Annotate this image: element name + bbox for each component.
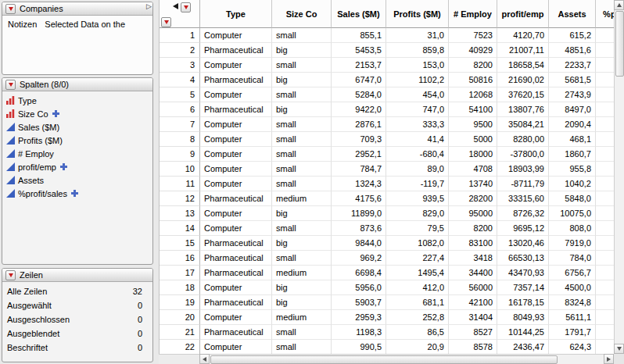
row-number[interactable]: 15 (160, 236, 200, 251)
cell[interactable]: Pharmaceutical (200, 191, 272, 206)
cell[interactable]: Computer (200, 162, 272, 177)
cell[interactable]: 939,5 (386, 191, 449, 206)
cell[interactable]: 35084,21 (497, 117, 549, 132)
row-number[interactable]: 3 (160, 58, 200, 73)
cell[interactable]: small (272, 162, 332, 177)
cell[interactable]: small (272, 28, 332, 43)
cell[interactable] (596, 206, 614, 221)
table-menu-icon[interactable] (181, 2, 191, 12)
cell[interactable]: 13807,76 (497, 102, 549, 117)
row-number[interactable]: 7 (160, 117, 200, 132)
scroll-right-icon[interactable] (604, 354, 614, 364)
cell[interactable]: 9695,12 (497, 221, 549, 236)
cell[interactable]: 10075,0 (549, 206, 596, 221)
cell[interactable]: 50816 (449, 73, 497, 87)
column-item-profit-sales[interactable]: %profit/sales (2, 187, 152, 200)
column-item-employ[interactable]: # Employ (2, 147, 152, 160)
cell[interactable]: 1040,2 (549, 177, 596, 191)
cell[interactable]: Computer (200, 340, 272, 354)
cell[interactable]: 784,0 (549, 251, 596, 266)
cell[interactable]: 41,4 (386, 132, 449, 147)
cell[interactable]: 1082,0 (386, 236, 449, 251)
scroll-left-icon[interactable] (199, 354, 210, 364)
cell[interactable] (596, 221, 614, 236)
cell[interactable]: 31404 (449, 310, 497, 325)
cell[interactable] (596, 280, 614, 295)
cell[interactable]: 454,0 (386, 87, 449, 102)
cell[interactable]: big (272, 295, 332, 310)
cell[interactable] (596, 266, 614, 280)
cell[interactable] (596, 43, 614, 58)
sidebar-collapse-icon[interactable]: ▷ (146, 2, 152, 10)
cell[interactable]: 2090,4 (549, 117, 596, 132)
cell[interactable]: 8049,93 (497, 310, 549, 325)
row-number[interactable]: 19 (160, 295, 200, 310)
cell[interactable]: medium (272, 310, 332, 325)
cell[interactable]: 4708 (449, 162, 497, 177)
column-header-type[interactable]: Type (200, 0, 272, 28)
column-item-profit-emp[interactable]: profit/emp (2, 160, 152, 173)
cell[interactable]: 859,8 (386, 43, 449, 58)
cell[interactable]: 18903,99 (497, 162, 549, 177)
cell[interactable]: 40929 (449, 43, 497, 58)
cell[interactable]: 855,1 (332, 28, 386, 43)
row-number[interactable]: 12 (160, 191, 200, 206)
cell[interactable]: 2959,3 (332, 310, 386, 325)
horizontal-scrollbar[interactable] (199, 354, 614, 364)
cell[interactable]: Computer (200, 87, 272, 102)
rows-panel-menu-icon[interactable] (5, 270, 16, 280)
cell[interactable]: 5453,5 (332, 43, 386, 58)
cell[interactable]: Computer (200, 132, 272, 147)
cell[interactable] (596, 132, 614, 147)
column-item-type[interactable]: Type (2, 94, 152, 107)
cell[interactable]: small (272, 132, 332, 147)
cell[interactable] (596, 177, 614, 191)
cell[interactable] (596, 28, 614, 43)
cell[interactable]: 31,0 (386, 28, 449, 43)
cell[interactable]: 95000 (449, 206, 497, 221)
column-header-employ[interactable]: # Employ (449, 0, 497, 28)
cell[interactable] (596, 147, 614, 162)
cell[interactable]: small (272, 340, 332, 354)
cell[interactable]: 56000 (449, 280, 497, 295)
cell[interactable]: Pharmaceutical (200, 102, 272, 117)
column-item-profits-m[interactable]: Profits ($M) (2, 134, 152, 147)
cell[interactable]: medium (272, 266, 332, 280)
column-item-size-co[interactable]: Size Co (2, 107, 152, 120)
cell[interactable]: 227,4 (386, 251, 449, 266)
cell[interactable]: small (272, 221, 332, 236)
column-item-sales-m[interactable]: Sales ($M) (2, 120, 152, 134)
cell[interactable]: 969,2 (332, 251, 386, 266)
cell[interactable]: -37800,0 (497, 147, 549, 162)
row-number[interactable]: 10 (160, 162, 200, 177)
row-number[interactable]: 5 (160, 87, 200, 102)
cell[interactable]: 8726,32 (497, 206, 549, 221)
cell[interactable]: 747,0 (386, 102, 449, 117)
cell[interactable]: Computer (200, 117, 272, 132)
cell[interactable]: 681,1 (386, 295, 449, 310)
cell[interactable]: 2876,1 (332, 117, 386, 132)
cell[interactable]: 2153,7 (332, 58, 386, 73)
vertical-scroll-thumb[interactable] (615, 11, 624, 77)
cell[interactable]: medium (272, 191, 332, 206)
row-number[interactable]: 22 (160, 340, 200, 354)
cell[interactable]: Computer (200, 206, 272, 221)
cell[interactable]: 784,7 (332, 162, 386, 177)
cell[interactable]: 8497,0 (549, 102, 596, 117)
cell[interactable]: 11899,0 (332, 206, 386, 221)
cell[interactable]: 18658,54 (497, 58, 549, 73)
cell[interactable]: 6756,7 (549, 266, 596, 280)
cell[interactable]: 8200 (449, 221, 497, 236)
cell[interactable]: Pharmaceutical (200, 73, 272, 87)
cell[interactable] (596, 236, 614, 251)
cell[interactable]: 8280,00 (497, 132, 549, 147)
cell[interactable]: small (272, 251, 332, 266)
cell[interactable] (596, 191, 614, 206)
cell[interactable]: 1198,3 (332, 325, 386, 340)
row-number[interactable]: 1 (160, 28, 200, 43)
cell[interactable]: 1495,4 (386, 266, 449, 280)
cell[interactable]: 7357,14 (497, 280, 549, 295)
cell[interactable] (596, 87, 614, 102)
cell[interactable]: 252,8 (386, 310, 449, 325)
row-number[interactable]: 20 (160, 310, 200, 325)
